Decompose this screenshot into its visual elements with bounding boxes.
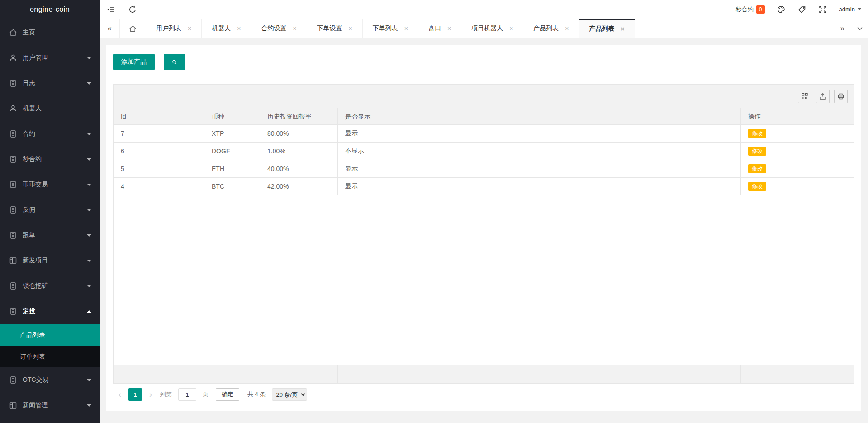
columns-icon: [801, 93, 808, 100]
cell-actions: 修改: [741, 125, 854, 142]
sidebar-item-home[interactable]: 主页: [0, 20, 100, 45]
sec-contract-notice[interactable]: 秒合约 0: [736, 5, 765, 14]
sidebar-menu: 主页 用户管理 日志 机器人 合约 秒合约 币币交易: [0, 19, 100, 418]
submenu-item-label: 订单列表: [20, 353, 45, 360]
tab-7[interactable]: 产品列表×: [523, 19, 579, 38]
sidebar-item-news[interactable]: 新闻管理: [0, 393, 100, 418]
user-menu[interactable]: admin: [839, 6, 861, 13]
tabs-menu-button[interactable]: [851, 19, 868, 38]
current-page[interactable]: 1: [128, 388, 142, 401]
submenu-item-order-list[interactable]: 订单列表: [0, 346, 100, 367]
fullscreen-icon[interactable]: [818, 5, 827, 14]
confirm-page-button[interactable]: 确定: [216, 388, 239, 401]
sidebar-item-user-mgmt[interactable]: 用户管理: [0, 45, 100, 71]
sidebar-item-otc[interactable]: OTC交易: [0, 367, 100, 393]
tab-5[interactable]: 盘口×: [418, 19, 461, 38]
edit-button[interactable]: 修改: [748, 182, 766, 191]
sidebar-item-logs[interactable]: 日志: [0, 71, 100, 96]
tab-bar: « 用户列表×机器人×合约设置×下单设置×下单列表×盘口×项目机器人×产品列表×…: [100, 19, 868, 38]
tabs-scroll-left-button[interactable]: «: [100, 19, 120, 38]
sidebar-item-sec-contract[interactable]: 秒合约: [0, 147, 100, 172]
export-button[interactable]: [816, 90, 830, 103]
sidebar-item-contract[interactable]: 合约: [0, 121, 100, 147]
tabs-scroll-right-button[interactable]: »: [834, 19, 851, 38]
notice-label: 秒合约: [736, 5, 754, 14]
tab-6[interactable]: 项目机器人×: [461, 19, 523, 38]
sidebar-item-label: 反佣: [23, 206, 87, 214]
cell-coin: ETH: [204, 160, 260, 177]
cell-visible: 显示: [338, 178, 741, 195]
chevron-down-icon: [87, 379, 91, 381]
file-icon: [9, 181, 17, 189]
sidebar-item-copy-trade[interactable]: 跟单: [0, 223, 100, 248]
tab-close-icon[interactable]: ×: [188, 25, 191, 32]
refresh-icon[interactable]: [128, 5, 137, 14]
next-page-button[interactable]: ›: [144, 388, 157, 401]
tab-8[interactable]: 产品列表×: [579, 19, 635, 38]
tab-1[interactable]: 机器人×: [202, 19, 251, 38]
tabbar-right-controls: »: [834, 19, 868, 38]
tab-close-icon[interactable]: ×: [447, 25, 451, 32]
table-row: 6DOGE1.00%不显示修改: [114, 143, 854, 160]
content-card: 添加产品 Id币种历史投资回报率是否显示操作: [106, 45, 861, 411]
username: admin: [839, 6, 855, 13]
tab-3[interactable]: 下单设置×: [307, 19, 363, 38]
sidebar-item-new-project[interactable]: 新发项目: [0, 248, 100, 273]
edit-button[interactable]: 修改: [748, 129, 766, 138]
chevron-down-icon: [87, 82, 91, 85]
add-product-button[interactable]: 添加产品: [113, 54, 155, 70]
sidebar-item-label: 锁仓挖矿: [23, 282, 87, 290]
prev-page-button[interactable]: ‹: [113, 388, 127, 401]
top-header: 秒合约 0 admin: [100, 0, 868, 19]
table-row: 4BTC42.00%显示修改: [114, 178, 854, 195]
tab-close-icon[interactable]: ×: [293, 25, 296, 32]
sidebar-item-label: 定投: [23, 307, 87, 315]
tab-0[interactable]: 用户列表×: [146, 19, 202, 38]
submenu-item-product-list[interactable]: 产品列表: [0, 324, 100, 346]
tab-close-icon[interactable]: ×: [509, 25, 513, 32]
sidebar-item-label: 合约: [23, 130, 87, 138]
per-page-select[interactable]: 20 条/页: [272, 388, 307, 401]
goto-suffix: 页: [203, 390, 209, 399]
chevron-down-icon: [87, 133, 91, 135]
tab-4[interactable]: 下单列表×: [363, 19, 418, 38]
print-button[interactable]: [834, 90, 848, 103]
tab-close-icon[interactable]: ×: [404, 25, 408, 32]
tag-icon[interactable]: [797, 5, 806, 14]
theme-palette-icon[interactable]: [777, 5, 786, 14]
template-icon: [9, 401, 17, 409]
column-header: 是否显示: [338, 108, 741, 124]
search-button[interactable]: [164, 54, 185, 70]
sidebar-item-lock-mining[interactable]: 锁仓挖矿: [0, 273, 100, 299]
collapse-sidebar-icon[interactable]: [106, 5, 115, 14]
tab-close-icon[interactable]: ×: [621, 25, 625, 33]
edit-button[interactable]: 修改: [748, 164, 766, 173]
tab-close-icon[interactable]: ×: [565, 25, 569, 32]
chevron-up-icon: [87, 310, 91, 313]
chevron-down-icon: [87, 57, 91, 59]
tab-home[interactable]: [120, 19, 146, 38]
sidebar: engine-coin 主页 用户管理 日志 机器人 合约 秒合约: [0, 0, 100, 423]
sidebar-item-label: 日志: [23, 79, 87, 87]
main-area: 秒合约 0 admin « 用户列表×机器人×合约设置×下单设置×下单列表×盘口…: [100, 0, 868, 423]
notice-badge: 0: [756, 5, 765, 14]
sidebar-item-spot-trade[interactable]: 币币交易: [0, 172, 100, 197]
goto-page-input[interactable]: [178, 388, 196, 401]
sidebar-item-robot[interactable]: 机器人: [0, 96, 100, 121]
sidebar-item-label: 机器人: [23, 105, 91, 113]
tab-close-icon[interactable]: ×: [349, 25, 352, 32]
filter-columns-button[interactable]: [798, 90, 811, 103]
sidebar-item-rebate[interactable]: 反佣: [0, 197, 100, 223]
sidebar-item-label: 跟单: [23, 231, 87, 239]
file-icon: [9, 307, 17, 315]
tab-label: 用户列表: [156, 24, 181, 33]
submenu-item-label: 产品列表: [20, 331, 45, 338]
sidebar-item-auto-invest[interactable]: 定投: [0, 299, 100, 324]
edit-button[interactable]: 修改: [748, 147, 766, 156]
sidebar-item-label: 币币交易: [23, 181, 87, 189]
export-icon: [819, 93, 826, 100]
tab-close-icon[interactable]: ×: [237, 25, 241, 32]
tab-2[interactable]: 合约设置×: [251, 19, 307, 38]
cell-id: 4: [114, 178, 204, 195]
goto-label: 到第: [160, 390, 172, 399]
